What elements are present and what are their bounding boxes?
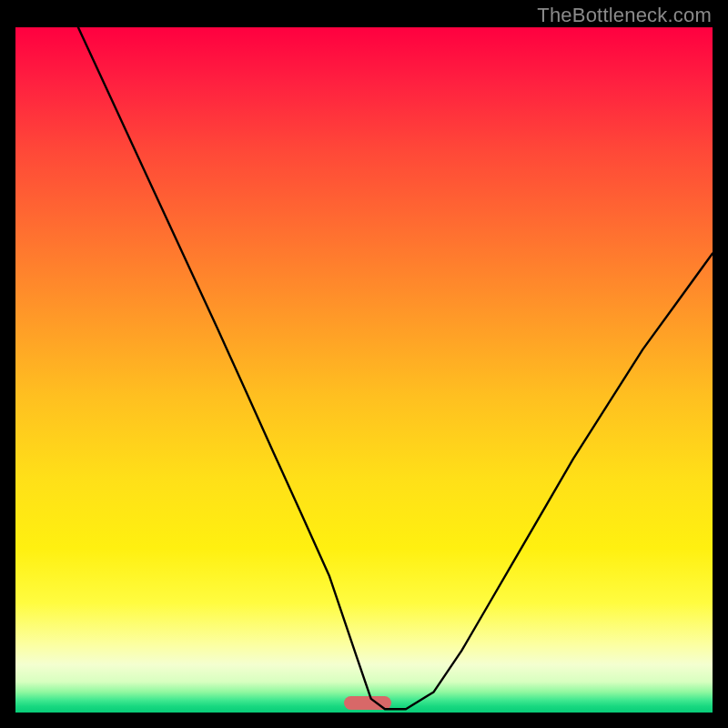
- watermark-text: TheBottleneck.com: [537, 4, 712, 27]
- curve-layer: [15, 27, 713, 713]
- plot-area: [15, 27, 713, 713]
- bottleneck-curve: [78, 27, 713, 709]
- chart-frame: TheBottleneck.com: [0, 0, 728, 728]
